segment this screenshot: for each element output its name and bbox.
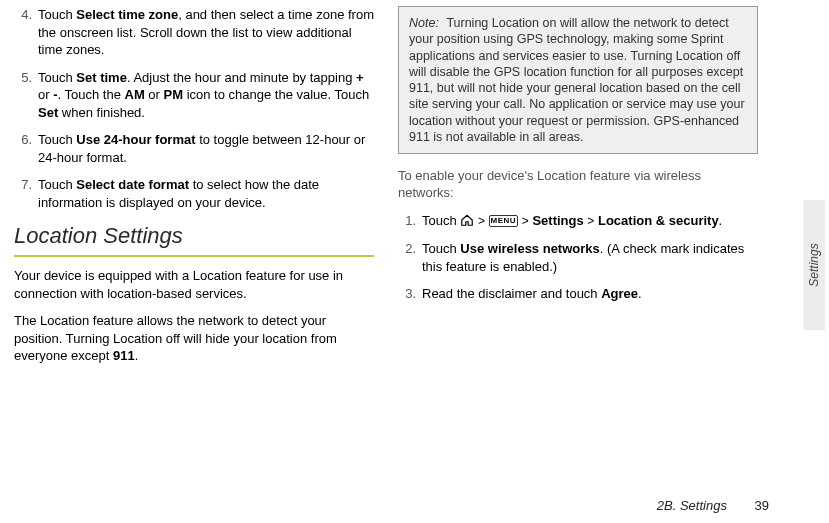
step-number: 3. [398,285,416,303]
note-text: Turning Location on will allow the netwo… [409,16,745,144]
step-6: 6. Touch Use 24-hour format to toggle be… [14,131,374,166]
step-body: Touch Use wireless networks. (A check ma… [422,240,758,275]
text: The Location feature allows the network … [14,313,337,363]
text: Touch [422,213,460,228]
step-3: 3. Read the disclaimer and touch Agree. [398,285,758,303]
page: 4. Touch Select time zone, and then sele… [0,0,829,523]
step-2: 2. Touch Use wireless networks. (A check… [398,240,758,275]
page-footer: 2B. Settings 39 [657,498,769,513]
text: Touch [38,177,76,192]
chevron-right-icon: > [522,214,529,228]
right-column: Note: Turning Location on will allow the… [398,6,758,375]
bold-text: Use 24-hour format [76,132,195,147]
procedure-lead: To enable your device's Location feature… [398,168,758,202]
intro-paragraph-2: The Location feature allows the network … [14,312,374,365]
thumb-tab: Settings [803,200,825,330]
bold-text: Select time zone [76,7,178,22]
intro-paragraph-1: Your device is equipped with a Location … [14,267,374,302]
step-body: Touch Select time zone, and then select … [38,6,374,59]
step-7: 7. Touch Select date format to select ho… [14,176,374,211]
step-number: 5. [14,69,32,122]
step-5: 5. Touch Set time. Adjust the hour and m… [14,69,374,122]
text: Touch [38,70,76,85]
bold-text: Set [38,105,58,120]
bold-text: PM [164,87,184,102]
chevron-right-icon: > [587,214,594,228]
bold-text: Set time [76,70,127,85]
step-number: 2. [398,240,416,275]
text: Touch [38,7,76,22]
bold-text: Use wireless networks [460,241,599,256]
left-column: 4. Touch Select time zone, and then sele… [14,6,374,375]
menu-icon: MENU [489,215,519,227]
footer-page-number: 39 [755,498,769,513]
chevron-right-icon: > [478,214,485,228]
text: . [135,348,139,363]
text: or [145,87,164,102]
bold-text: Location & security [598,213,719,228]
bold-text: 911 [113,348,135,363]
step-1: 1. Touch > MENU > Settings > Location & … [398,212,758,230]
bold-text: AM [125,87,145,102]
two-column-layout: 4. Touch Select time zone, and then sele… [14,6,799,375]
bold-text: Settings [532,213,583,228]
text: . [638,286,642,301]
heading-rule [14,255,374,257]
text: Touch [422,241,460,256]
section-heading: Location Settings [14,221,374,251]
left-steps-list: 4. Touch Select time zone, and then sele… [14,6,374,211]
thumb-tab-label: Settings [807,243,821,286]
text: . Touch the [58,87,125,102]
footer-section: 2B. Settings [657,498,727,513]
step-4: 4. Touch Select time zone, and then sele… [14,6,374,59]
step-body: Read the disclaimer and touch Agree. [422,285,758,303]
text: Read the disclaimer and touch [422,286,601,301]
step-body: Touch Use 24-hour format to toggle betwe… [38,131,374,166]
step-number: 6. [14,131,32,166]
text: or [38,87,53,102]
text: Touch [38,132,76,147]
note-label: Note: [409,16,439,30]
text: icon to change the value. Touch [183,87,369,102]
step-number: 7. [14,176,32,211]
step-body: Touch > MENU > Settings > Location & sec… [422,212,758,230]
text: . [719,213,723,228]
step-number: 1. [398,212,416,230]
step-number: 4. [14,6,32,59]
note-callout: Note: Turning Location on will allow the… [398,6,758,154]
text: . Adjust the hour and minute by tapping [127,70,356,85]
bold-text: Select date format [76,177,189,192]
right-steps-list: 1. Touch > MENU > Settings > Location & … [398,212,758,303]
text: when finished. [58,105,145,120]
step-body: Touch Select date format to select how t… [38,176,374,211]
bold-text: Agree [601,286,638,301]
step-body: Touch Set time. Adjust the hour and minu… [38,69,374,122]
home-icon [460,213,474,231]
bold-text: + [356,70,364,85]
